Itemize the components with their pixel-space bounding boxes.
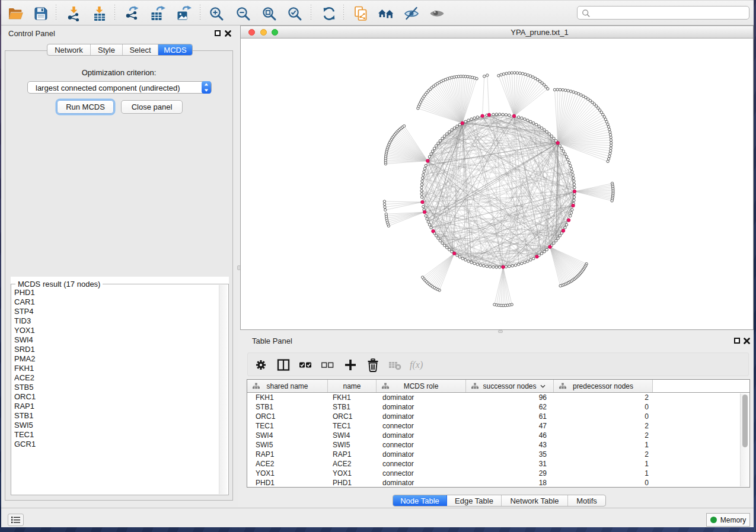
table-row[interactable]: SWI5SWI5connector431 — [247, 440, 749, 450]
refresh-icon[interactable] — [321, 5, 337, 22]
toolbar-separator — [114, 5, 115, 21]
tab-motifs[interactable]: Motifs — [568, 495, 605, 506]
mcds-result-item[interactable]: TEC1 — [14, 430, 216, 440]
cell-mcds_role: dominator — [382, 412, 414, 421]
cell-successor_nodes: 29 — [471, 469, 547, 477]
tab-mcds[interactable]: MCDS — [158, 44, 192, 55]
float-panel-icon[interactable] — [734, 338, 740, 344]
cell-mcds_role: connector — [382, 460, 414, 468]
table-row[interactable]: ACE2ACE2connector311 — [247, 459, 749, 469]
scrollbar-thumb[interactable] — [742, 395, 748, 447]
column-header-successor-nodes[interactable]: successor nodes — [466, 380, 554, 392]
table-options-icon[interactable] — [253, 357, 269, 373]
run-mcds-button[interactable]: Run MCDS — [57, 100, 114, 114]
cell-name: ACE2 — [333, 460, 351, 468]
column-header-MCDS-role[interactable]: MCDS role — [377, 380, 466, 392]
fit-content-icon[interactable] — [261, 5, 277, 22]
column-header-predecessor-nodes[interactable]: predecessor nodes — [554, 380, 653, 392]
open-session-icon[interactable] — [7, 5, 24, 22]
window-close-button[interactable] — [248, 29, 255, 36]
mcds-result-item[interactable]: ACE2 — [14, 373, 216, 383]
cell-successor_nodes: 18 — [471, 479, 547, 487]
save-session-icon[interactable] — [33, 5, 49, 22]
window-minimize-button[interactable] — [260, 29, 267, 36]
export-network-icon[interactable] — [124, 5, 141, 22]
show-eye-icon[interactable] — [429, 5, 445, 22]
cell-predecessor_nodes: 2 — [559, 422, 649, 430]
tab-network[interactable]: Network — [47, 44, 91, 55]
cell-predecessor_nodes: 2 — [559, 393, 649, 402]
table-row[interactable]: FKH1FKH1dominator962 — [247, 393, 749, 402]
mcds-result-item[interactable]: PHD1 — [14, 288, 216, 297]
export-image-icon[interactable] — [176, 5, 192, 22]
mcds-result-item[interactable]: RAP1 — [14, 402, 216, 411]
mcds-result-item[interactable]: PMA2 — [14, 354, 216, 364]
table-body: FKH1FKH1dominator962STB1STB1dominator620… — [247, 393, 749, 487]
table-row[interactable]: TEC1TEC1connector472 — [247, 421, 749, 431]
function-builder-icon[interactable]: f(x) — [409, 357, 424, 373]
close-panel-button[interactable]: Close panel — [121, 100, 183, 114]
create-column-icon[interactable] — [343, 357, 358, 373]
import-table-icon[interactable] — [91, 5, 108, 22]
tab-node-table[interactable]: Node Table — [393, 495, 447, 506]
mcds-result-item[interactable]: STB5 — [14, 383, 216, 392]
show-columns-icon[interactable] — [276, 357, 291, 373]
cell-successor_nodes: 43 — [471, 441, 547, 449]
mcds-result-item[interactable]: TID3 — [14, 316, 216, 326]
table-row[interactable]: ORC1ORC1dominator610 — [247, 412, 749, 421]
unselect-all-columns-icon[interactable] — [320, 357, 335, 373]
hide-panel-icon[interactable] — [403, 5, 420, 22]
tab-style[interactable]: Style — [91, 44, 123, 55]
table-scrollbar[interactable] — [740, 393, 749, 486]
mcds-result-item[interactable]: STB1 — [14, 411, 216, 421]
mcds-result-list[interactable]: PHD1CAR1STP4TID3YOX1SWI4SRD1PMA2FKH1ACE2… — [14, 288, 216, 493]
export-table-icon[interactable] — [149, 5, 166, 22]
close-panel-icon[interactable] — [225, 30, 231, 37]
column-header-name[interactable]: name — [328, 380, 377, 392]
search-input[interactable] — [577, 6, 749, 20]
mcds-result-item[interactable]: STP4 — [14, 307, 216, 316]
cell-predecessor_nodes: 1 — [559, 469, 649, 477]
zoom-in-icon[interactable] — [208, 5, 225, 22]
mcds-result-item[interactable]: YOX1 — [14, 326, 216, 335]
mcds-result-item[interactable]: FKH1 — [14, 364, 216, 373]
table-row[interactable]: RAP1RAP1dominator352 — [247, 450, 749, 459]
delete-table-icon[interactable] — [387, 357, 403, 373]
mcds-result-item[interactable]: SRD1 — [14, 345, 216, 354]
table-row[interactable]: YOX1YOX1connector291 — [247, 469, 749, 478]
home-icon[interactable] — [378, 5, 394, 22]
cell-successor_nodes: 31 — [471, 460, 547, 468]
import-network-icon[interactable] — [66, 5, 82, 22]
tab-edge-table[interactable]: Edge Table — [447, 495, 502, 506]
column-header-shared-name[interactable]: shared name — [247, 380, 328, 392]
memory-status-icon — [710, 517, 717, 523]
table-row[interactable]: SWI4SWI4dominator462 — [247, 431, 749, 440]
tab-network-table[interactable]: Network Table — [502, 495, 568, 506]
mcds-result-item[interactable]: GCR1 — [14, 440, 216, 449]
network-canvas[interactable]: .c1{stroke:#8a8a8a;stroke-width:0.7;opac… — [241, 39, 753, 329]
zoom-selected-icon[interactable] — [286, 5, 303, 22]
cell-shared_name: ORC1 — [256, 412, 275, 421]
task-history-button[interactable] — [8, 514, 24, 526]
mcds-result-item[interactable]: ORC1 — [14, 392, 216, 402]
network-window-titlebar[interactable]: YPA_prune.txt_1 — [241, 26, 753, 39]
mcds-result-item[interactable]: CAR1 — [14, 297, 216, 307]
table-row[interactable]: PHD1PHD1dominator180 — [247, 478, 749, 487]
clone-network-icon[interactable] — [353, 5, 369, 22]
horizontal-splitter-handle[interactable] — [498, 330, 503, 333]
select-all-columns-icon[interactable] — [298, 357, 313, 373]
mcds-list-scrollbar[interactable] — [219, 285, 227, 494]
criterion-select[interactable]: largest connected component (undirected) — [27, 81, 212, 94]
tab-select[interactable]: Select — [123, 44, 158, 55]
mcds-result-item[interactable]: SWI5 — [14, 421, 216, 430]
table-row[interactable]: STB1STB1dominator620 — [247, 402, 749, 412]
memory-button[interactable]: Memory — [706, 513, 750, 527]
mcds-result-item[interactable]: SWI4 — [14, 335, 216, 345]
window-maximize-button[interactable] — [272, 29, 278, 36]
cell-name: SWI5 — [333, 441, 350, 449]
zoom-out-icon[interactable] — [235, 5, 251, 22]
delete-columns-icon[interactable] — [365, 357, 381, 373]
network-graph: .c1{stroke:#8a8a8a;stroke-width:0.7;opac… — [241, 39, 753, 329]
float-panel-icon[interactable] — [215, 30, 221, 36]
close-panel-icon[interactable] — [744, 338, 750, 344]
